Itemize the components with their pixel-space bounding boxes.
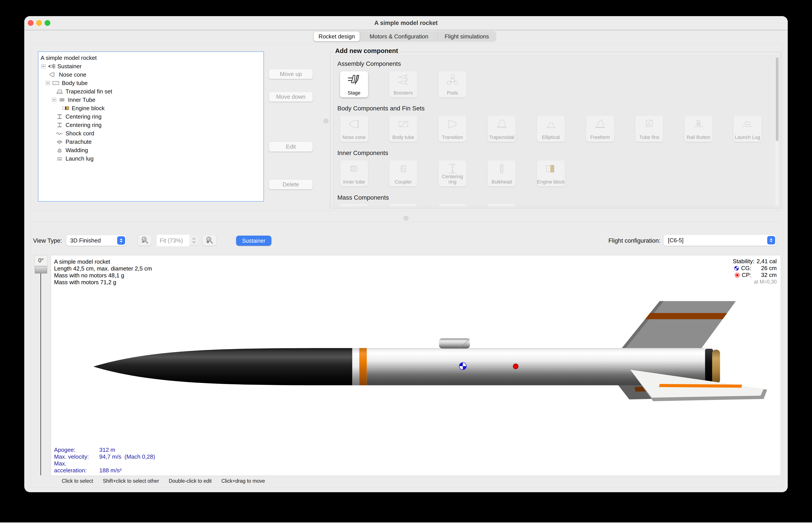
shock-cord-icon xyxy=(56,131,63,136)
add-elliptical-fin-button[interactable]: Elliptical xyxy=(537,116,565,142)
add-centering-ring-button[interactable]: Centering ring xyxy=(438,160,466,186)
add-boosters-button[interactable]: Boosters xyxy=(389,71,417,97)
rocket-3d-render[interactable] xyxy=(51,255,781,475)
flight-info-block: Apogee:312 m Max. velocity:94,7 m/s (Mac… xyxy=(54,446,155,474)
scrollbar-thumb[interactable] xyxy=(776,57,779,141)
coupler-icon xyxy=(396,162,410,176)
engine-block-render xyxy=(712,350,720,384)
tree-item-nose-cone[interactable]: Nose cone xyxy=(39,70,263,79)
select-stepper-icon xyxy=(767,236,775,244)
upper-fin[interactable] xyxy=(615,301,743,348)
zoom-level-combobox[interactable]: Fit (73%) xyxy=(157,235,189,246)
launch-lug-icon xyxy=(740,117,755,131)
component-panel-scrollbar[interactable] xyxy=(775,56,779,206)
magnifier-minus-icon xyxy=(140,236,149,245)
tree-item-engine-block[interactable]: Engine block xyxy=(39,104,263,112)
title-bar[interactable]: A simple model rocket xyxy=(24,16,788,30)
max-acceleration-row: Max. acceleration:188 m/s² xyxy=(54,460,155,474)
component-tree[interactable]: A simple model rocket Sustainer Nose con… xyxy=(38,52,264,202)
section-body-components: Body Components and Fin Sets xyxy=(337,105,424,112)
move-up-button[interactable]: Move up xyxy=(269,69,313,79)
rocket-mass-motors: Mass with motors 71,2 g xyxy=(54,279,152,286)
flight-config-select[interactable]: [C6-5] xyxy=(664,235,776,246)
engine-block-icon xyxy=(544,162,558,176)
tree-item-trapezoidal-fin-set[interactable]: Trapezoidal fin set xyxy=(39,87,263,96)
add-mass-component-button[interactable] xyxy=(488,204,516,207)
add-body-tube-button[interactable]: Body tube xyxy=(389,116,417,142)
bulkhead-icon xyxy=(495,162,509,176)
rotation-slider-track[interactable] xyxy=(40,273,41,475)
zoom-in-button[interactable] xyxy=(203,235,216,246)
tree-item-sustainer[interactable]: Sustainer xyxy=(39,62,263,70)
inner-tube-icon xyxy=(347,162,361,176)
horizontal-splitter-handle[interactable] xyxy=(404,216,408,221)
stage-toggle-sustainer[interactable]: Sustainer xyxy=(236,236,271,246)
add-mass-component-button[interactable] xyxy=(389,204,417,207)
tree-expander[interactable] xyxy=(42,64,45,68)
add-nose-cone-button[interactable]: Nose cone xyxy=(340,116,368,142)
view-type-select[interactable]: 3D Finished xyxy=(66,235,126,246)
select-stepper-icon xyxy=(117,236,125,245)
cg-marker[interactable] xyxy=(460,362,466,370)
boosters-icon xyxy=(396,73,410,87)
elliptical-fin-icon xyxy=(544,117,558,131)
pods-icon xyxy=(446,73,460,87)
orange-band-render xyxy=(360,348,367,385)
tree-item-wadding[interactable]: Wadding xyxy=(39,146,263,154)
aft-ring-render xyxy=(705,349,713,385)
edit-button[interactable]: Edit xyxy=(269,142,313,152)
add-tube-fins-button[interactable]: Tube fins xyxy=(635,116,663,142)
rotation-slider-thumb[interactable] xyxy=(35,266,47,273)
tree-item-centering-ring-1[interactable]: Centering ring xyxy=(39,112,263,121)
tree-item-parachute[interactable]: Parachute xyxy=(39,138,263,146)
tree-item-centering-ring-2[interactable]: Centering ring xyxy=(39,121,263,129)
delete-button[interactable]: Delete xyxy=(269,179,313,189)
nose-cone-icon xyxy=(49,72,57,77)
add-component-title: Add new component xyxy=(333,46,400,55)
engine-block-icon xyxy=(62,105,70,111)
rocket-view-canvas[interactable]: A simple model rocket Length 42,5 cm, ma… xyxy=(51,255,781,476)
add-pods-button[interactable]: Pods xyxy=(438,71,466,97)
tree-expander[interactable] xyxy=(52,98,56,102)
cp-legend-icon xyxy=(735,273,740,278)
move-down-button[interactable]: Move down xyxy=(269,91,313,102)
vertical-splitter-handle[interactable] xyxy=(323,118,328,124)
add-mass-component-button[interactable] xyxy=(438,204,466,207)
add-coupler-button[interactable]: Coupler xyxy=(389,160,417,186)
tab-rocket-design[interactable]: Rocket design xyxy=(314,32,360,41)
parachute-icon xyxy=(56,139,63,144)
tree-item-inner-tube[interactable]: Inner Tube xyxy=(39,96,263,104)
add-launch-lug-button[interactable]: Launch Lug xyxy=(734,116,762,142)
tree-expander[interactable] xyxy=(46,81,50,85)
add-engine-block-button[interactable]: Engine block xyxy=(537,160,565,186)
tab-motors-configuration[interactable]: Motors & Configuration xyxy=(360,31,438,42)
view-type-label: View Type: xyxy=(33,237,62,244)
add-transition-button[interactable]: Transition xyxy=(438,116,466,142)
add-component-panel: Assembly Components Stage Boosters Pods … xyxy=(334,56,779,207)
zoom-out-button[interactable] xyxy=(138,235,151,246)
add-bulkhead-button[interactable]: Bulkhead xyxy=(488,160,516,186)
nose-cone-icon xyxy=(347,117,361,131)
add-stage-button[interactable]: Stage xyxy=(340,71,368,97)
tree-item-body-tube[interactable]: Body tube xyxy=(39,79,263,87)
section-assembly-components: Assembly Components xyxy=(337,60,401,67)
rocket-info-block: A simple model rocket Length 42,5 cm, ma… xyxy=(54,258,152,286)
rail-button-icon xyxy=(692,117,706,131)
tree-item-shock-cord[interactable]: Shock cord xyxy=(39,129,263,138)
bottom-screen-strip xyxy=(0,523,812,526)
wadding-icon xyxy=(56,147,63,153)
tree-item-launch-lug[interactable]: Launch lug xyxy=(39,154,263,163)
add-inner-tube-button[interactable]: Inner tube xyxy=(340,160,368,186)
add-freeform-fin-button[interactable]: Freeform xyxy=(586,116,614,142)
tab-flight-simulations[interactable]: Flight simulations xyxy=(438,31,496,42)
add-trapezoidal-fin-button[interactable]: Trapezoidal xyxy=(488,116,516,142)
tree-item-rocket-root[interactable]: A simple model rocket xyxy=(39,54,263,62)
add-mass-component-button[interactable] xyxy=(340,204,368,207)
zoom-level-stepper[interactable] xyxy=(189,236,199,245)
freeform-fin-icon xyxy=(593,117,607,131)
add-rail-button-button[interactable]: Rail Button xyxy=(684,116,712,142)
inner-tube-icon xyxy=(58,97,66,102)
rotation-angle-field[interactable]: 0° xyxy=(34,255,48,266)
cp-marker[interactable] xyxy=(513,364,518,369)
cg-legend-icon xyxy=(734,266,739,271)
